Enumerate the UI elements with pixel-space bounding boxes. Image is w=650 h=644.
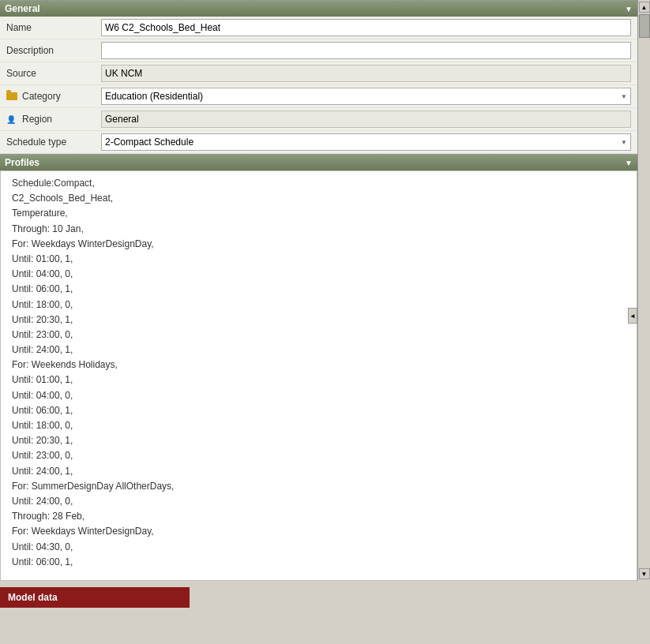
profiles-content-area: Schedule:Compact,C2_Schools_Bed_Heat,Tem… [0,170,637,581]
profile-line: Until: 06:00, 1, [12,403,626,418]
model-data-bar[interactable]: Model data [0,587,190,608]
category-row: Category Education (Residential) ▼ [0,85,637,108]
profiles-section-header[interactable]: Profiles ▼ [0,154,637,170]
general-section: Name Description Source UK NCM [0,17,637,154]
profile-line: C2_Schools_Bed_Heat, [12,191,626,206]
profile-line: For: Weekends Holidays, [12,358,626,373]
profiles-header-label: Profiles [5,157,39,168]
description-label: Description [6,45,101,56]
scroll-up-button[interactable]: ▲ [639,2,650,13]
name-input[interactable] [101,19,631,36]
profile-line: Until: 04:00, 0, [12,267,626,282]
main-content-area: General ▼ Name Description Source [0,0,637,581]
scroll-down-button[interactable]: ▼ [639,568,650,579]
scroll-thumb[interactable] [639,14,650,38]
profiles-collapse-icon[interactable]: ▼ [625,159,633,167]
profile-line: Until: 18:00, 0, [12,298,626,313]
profile-line: Until: 01:00, 1, [12,252,626,267]
side-expand-button[interactable]: ◄ [628,308,637,324]
profile-line: Until: 04:00, 0, [12,388,626,403]
general-header-label: General [5,3,40,14]
source-row: Source UK NCM [0,62,637,85]
person-icon [6,114,17,125]
profile-line: Until: 06:00, 1, [12,282,626,297]
region-label: Region [6,114,101,125]
name-label: Name [6,22,101,33]
schedule-type-dropdown-arrow: ▼ [621,139,627,146]
folder-icon [6,92,17,100]
region-row: Region General [0,108,637,131]
category-dropdown-arrow: ▼ [621,93,627,100]
schedule-type-select[interactable]: 2-Compact Schedule ▼ [101,133,631,151]
profile-line: Until: 04:30, 0, [12,540,626,555]
description-input[interactable] [101,42,631,59]
profile-line: Through: 28 Feb, [12,509,626,524]
profile-line: For: Weekdays WinterDesignDay, [12,237,626,252]
description-row: Description [0,39,637,62]
profile-line: Until: 23:00, 0, [12,448,626,463]
profiles-section: Schedule:Compact,C2_Schools_Bed_Heat,Tem… [0,170,637,581]
profile-line: Until: 23:00, 0, [12,328,626,343]
category-label: Category [6,91,101,102]
region-value: General [101,110,631,128]
profile-line: Through: 10 Jan, [12,222,626,237]
profile-line: Until: 20:30, 1, [12,433,626,448]
profile-line: Until: 18:00, 0, [12,418,626,433]
category-select[interactable]: Education (Residential) ▼ [101,88,631,105]
main-window: General ▼ Name Description Source [0,0,650,608]
profile-line: Until: 24:00, 1, [12,343,626,358]
profile-line: Until: 01:00, 1, [12,373,626,388]
profile-line: For: SummerDesignDay AllOtherDays, [12,479,626,494]
general-section-header[interactable]: General ▼ [0,0,637,17]
general-collapse-icon[interactable]: ▼ [625,5,633,13]
profile-line: Temperature, [12,206,626,221]
name-row: Name [0,17,637,39]
profile-line: For: Weekdays WinterDesignDay, [12,524,626,539]
profile-line: Until: 24:00, 1, [12,464,626,479]
schedule-type-row: Schedule type 2-Compact Schedule ▼ [0,131,637,154]
profile-line: Until: 06:00, 1, [12,555,626,570]
source-label: Source [6,68,101,79]
vertical-scrollbar[interactable]: ▲ ▼ [637,0,650,581]
profile-line: Until: 24:00, 0, [12,494,626,509]
profile-line: Schedule:Compact, [12,176,626,191]
profile-line: Until: 20:30, 1, [12,313,626,328]
schedule-type-label: Schedule type [6,137,101,148]
source-value: UK NCM [101,65,631,82]
